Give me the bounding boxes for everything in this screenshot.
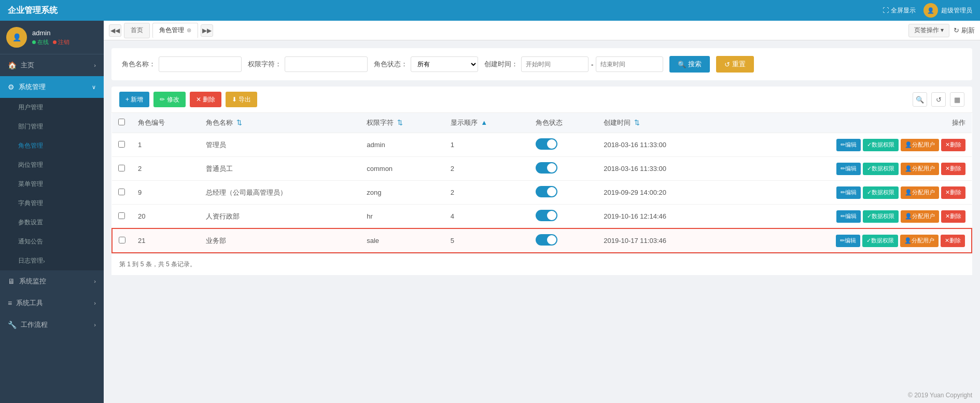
fullscreen-button[interactable]: ⛶ 全屏显示 (883, 6, 916, 15)
log-arrow-icon: › (43, 258, 45, 264)
sidebar-status-online: 在线 (32, 38, 49, 46)
sidebar-item-monitor[interactable]: 🖥 系统监控 › (0, 270, 104, 292)
action-edit-button[interactable]: ✏编辑 (836, 163, 861, 175)
date-range: - (521, 56, 663, 72)
edit-button[interactable]: ✏ 修改 (153, 92, 185, 107)
permission-input[interactable] (285, 56, 368, 72)
status-toggle[interactable] (536, 186, 557, 197)
delete-button[interactable]: ✕ 删除 (190, 92, 221, 107)
reset-button[interactable]: ↺ 重置 (716, 56, 754, 73)
table-row: 21 业务部 sale 5 2019-10-17 11:03:46 ✏编辑 ✓数… (112, 228, 972, 253)
search-button[interactable]: 🔍 搜索 (669, 56, 710, 73)
sidebar-item-post-mgmt[interactable]: 岗位管理 (0, 155, 104, 175)
top-username: 超级管理员 (941, 6, 972, 15)
action-assign-user-button[interactable]: 👤分配用户 (901, 210, 939, 223)
sidebar-item-home[interactable]: 🏠 主页 › (0, 54, 104, 76)
refresh-button[interactable]: ↻ 刷新 (954, 26, 975, 35)
action-assign-user-button[interactable]: 👤分配用户 (901, 139, 939, 151)
toolbar-right: 🔍 ↺ ▦ (913, 92, 964, 107)
action-data-perm-button[interactable]: ✓数据权限 (862, 235, 898, 247)
row-status (529, 181, 597, 205)
sidebar-logout-button[interactable]: 注销 (53, 38, 69, 46)
sidebar-item-workflow[interactable]: 🔧 工作流程 › (0, 314, 104, 336)
col-header-order[interactable]: 显示顺序 ▲ (444, 113, 530, 133)
sidebar-item-menu-mgmt[interactable]: 菜单管理 (0, 175, 104, 194)
add-button[interactable]: + 新增 (119, 92, 149, 107)
sort-name-icon: ⇅ (236, 119, 242, 126)
action-delete-button[interactable]: ✕删除 (941, 186, 965, 199)
tab-operations-button[interactable]: 页签操作 ▾ (908, 24, 949, 37)
start-date-input[interactable] (521, 56, 589, 72)
row-create-time: 2019-10-16 12:14:46 (597, 205, 726, 229)
sidebar-item-param-set[interactable]: 参数设置 (0, 213, 104, 232)
role-name-field: 角色名称： (122, 56, 242, 72)
status-label: 角色状态： (374, 60, 408, 69)
sidebar-item-notice[interactable]: 通知公告 (0, 232, 104, 251)
col-header-name[interactable]: 角色名称 ⇅ (200, 113, 360, 133)
row-checkbox[interactable] (118, 141, 125, 148)
sort-perm-icon: ⇅ (397, 119, 403, 126)
status-toggle[interactable] (536, 234, 557, 246)
table-section: + 新增 ✏ 修改 ✕ 删除 ⬇ 导出 🔍 (111, 87, 972, 275)
action-data-perm-button[interactable]: ✓数据权限 (863, 210, 899, 223)
sidebar-avatar: 👤 (6, 27, 27, 48)
row-status (529, 228, 597, 253)
action-edit-button[interactable]: ✏编辑 (836, 210, 861, 223)
role-name-input[interactable] (159, 56, 242, 72)
select-all-checkbox[interactable] (118, 119, 125, 125)
action-data-perm-button[interactable]: ✓数据权限 (863, 139, 899, 151)
row-checkbox[interactable] (118, 189, 125, 195)
action-buttons: ✏编辑 ✓数据权限 👤分配用户 ✕删除 (733, 163, 965, 175)
status-toggle[interactable] (536, 138, 557, 150)
action-data-perm-button[interactable]: ✓数据权限 (863, 163, 899, 175)
sidebar-item-user-mgmt[interactable]: 用户管理 (0, 98, 104, 117)
row-checkbox[interactable] (119, 237, 125, 243)
row-checkbox[interactable] (118, 212, 125, 219)
col-header-permission[interactable]: 权限字符 ⇅ (360, 113, 444, 133)
row-name: 普通员工 (200, 157, 360, 181)
row-id: 20 (132, 205, 200, 229)
column-settings-button[interactable]: ▦ (950, 92, 964, 107)
sidebar-item-dept-mgmt[interactable]: 部门管理 (0, 117, 104, 136)
end-date-input[interactable] (596, 56, 663, 72)
action-edit-button[interactable]: ✏编辑 (836, 186, 861, 199)
status-field: 角色状态： 所有 正常 停用 (374, 56, 478, 72)
action-delete-button[interactable]: ✕删除 (941, 210, 965, 223)
user-mgmt-label: 用户管理 (18, 103, 43, 112)
status-toggle[interactable] (536, 210, 557, 221)
action-buttons: ✏编辑 ✓数据权限 👤分配用户 ✕删除 (733, 139, 965, 151)
tab-role-close-icon[interactable]: ⊗ (187, 27, 191, 34)
action-delete-button[interactable]: ✕删除 (941, 163, 965, 175)
tab-forward-button[interactable]: ▶▶ (201, 24, 213, 37)
app-title: 企业管理系统 (8, 5, 58, 16)
action-assign-user-button[interactable]: 👤分配用户 (901, 163, 939, 175)
sidebar-item-role-mgmt[interactable]: 角色管理 (0, 136, 104, 155)
sidebar-item-log-mgmt[interactable]: 日志管理 › (0, 251, 104, 270)
tab-back-button[interactable]: ◀◀ (109, 24, 121, 37)
action-edit-button[interactable]: ✏编辑 (836, 139, 861, 151)
row-checkbox[interactable] (118, 165, 125, 171)
date-separator: - (591, 61, 593, 68)
sidebar-item-dict-mgmt[interactable]: 字典管理 (0, 194, 104, 213)
action-delete-button[interactable]: ✕删除 (941, 139, 965, 151)
row-create-time: 2018-03-16 11:33:00 (597, 133, 726, 157)
action-assign-user-button[interactable]: 👤分配用户 (900, 235, 939, 247)
status-select[interactable]: 所有 正常 停用 (411, 56, 478, 72)
export-button[interactable]: ⬇ 导出 (226, 92, 257, 107)
sidebar-item-tools[interactable]: ≡ 系统工具 › (0, 292, 104, 314)
reset-label: 重置 (732, 60, 746, 69)
sidebar-item-system[interactable]: ⚙ 系统管理 ∨ (0, 76, 104, 98)
role-name-label: 角色名称： (122, 60, 156, 69)
refresh-table-button[interactable]: ↺ (931, 92, 946, 107)
status-toggle[interactable] (536, 162, 557, 174)
sidebar-nav: 🏠 主页 › ⚙ 系统管理 ∨ 用户管理 部门管理 角色管理 (0, 54, 104, 403)
action-data-perm-button[interactable]: ✓数据权限 (863, 186, 899, 199)
search-toggle-button[interactable]: 🔍 (913, 92, 927, 107)
dept-mgmt-label: 部门管理 (18, 122, 43, 131)
col-header-create-time[interactable]: 创建时间 ⇅ (597, 113, 726, 133)
action-delete-button[interactable]: ✕删除 (941, 235, 965, 247)
action-edit-button[interactable]: ✏编辑 (836, 235, 860, 247)
tab-role-mgmt[interactable]: 角色管理 ⊗ (152, 23, 198, 38)
tab-home[interactable]: 首页 (124, 23, 150, 38)
action-assign-user-button[interactable]: 👤分配用户 (901, 186, 939, 199)
